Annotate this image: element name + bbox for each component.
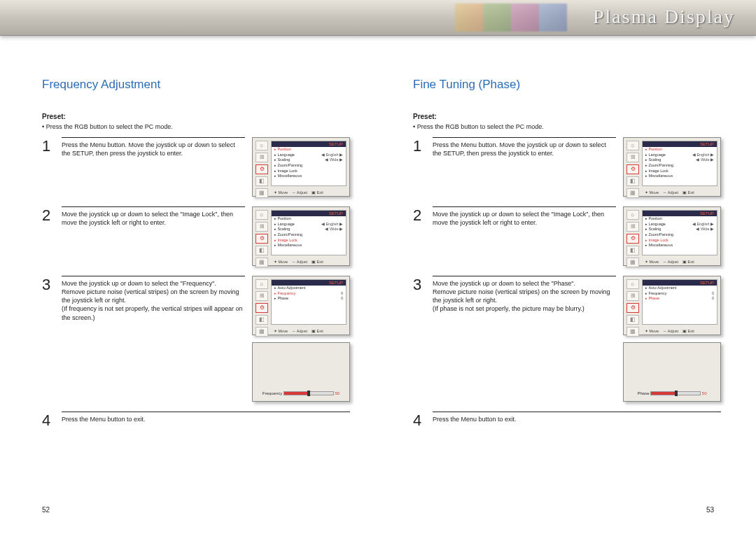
osd-side-icon: ▦ (255, 188, 268, 198)
osd-side-icon: ◧ (255, 246, 268, 255)
osd-side-icon: ◧ (626, 246, 639, 255)
osd-side-icon: ⊞ (255, 291, 268, 301)
step-number: 2 (413, 206, 426, 227)
preset-label: Preset: (413, 113, 721, 120)
osd-side-icon: ☼ (255, 141, 268, 150)
osd-footer: ✦ Move↔ Adjust▣ Exit (642, 329, 718, 333)
osd-menu-item: Zoom/Panning (272, 163, 346, 169)
osd-screenshot: ☼⊞⚙◧▦SETUPPositionLanguage◀ English ▶Sca… (252, 137, 350, 197)
osd-menu-item: Language◀ English ▶ (272, 153, 346, 158)
osd-screenshot: ☼⊞⚙◧▦SETUPPositionLanguage◀ English ▶Sca… (623, 206, 721, 266)
osd-side-icon: ⊞ (255, 222, 268, 232)
osd-side-icon: ⚙ (255, 303, 268, 313)
step-number: 3 (413, 276, 426, 314)
osd-slider-screenshot: Frequency 50 (252, 342, 350, 402)
step-4: 4 Press the Menu button to exit. (42, 412, 350, 428)
osd-menu-item: Zoom/Panning (643, 163, 717, 169)
osd-menu-item: Scaling◀ Wide ▶ (272, 157, 346, 163)
osd-footer: ✦ Move↔ Adjust▣ Exit (271, 329, 346, 333)
osd-menu-item: Position (272, 147, 346, 153)
osd-side-icon: ☼ (626, 141, 639, 150)
preset-instruction: Press the RGB button to select the PC mo… (413, 123, 721, 130)
osd-menu-item: Auto Adjustment (272, 286, 346, 291)
osd-side-icon: ◧ (255, 315, 268, 325)
step-2: 2 Move the joystick up or down to select… (42, 206, 350, 266)
osd-menu-item: Scaling◀ Wide ▶ (643, 227, 717, 232)
osd-footer: ✦ Move↔ Adjust▣ Exit (642, 190, 718, 195)
osd-menu-item: Position (643, 216, 717, 222)
step-2: 2 Move the joystick up or down to select… (413, 206, 721, 266)
osd-menu-item: Scaling◀ Wide ▶ (643, 157, 717, 163)
slider-track (650, 391, 701, 395)
step-text: Press the Menu button to exit. (62, 412, 350, 428)
osd-side-icon: ☼ (255, 279, 268, 289)
osd-footer: ✦ Move↔ Adjust▣ Exit (271, 260, 346, 264)
header-decoration (455, 3, 581, 31)
osd-slider-screenshot: Phase 50 (623, 342, 721, 402)
osd-side-icon: ◧ (626, 315, 639, 325)
osd-menu-item: Miscellaneous (643, 243, 717, 248)
osd-menu-item: Auto Adjustment (643, 286, 717, 291)
step-text: Press the Menu button. Move the joystick… (433, 137, 616, 157)
osd-screenshot: ☼⊞⚙◧▦SETUPPositionLanguage◀ English ▶Sca… (252, 206, 350, 266)
section-title-right: Fine Tuning (Phase) (413, 78, 721, 92)
osd-screenshot: ☼⊞⚙◧▦SETUPAuto AdjustmentFrequency0Phase… (252, 276, 350, 335)
osd-menu-item: Frequency0 (643, 291, 717, 297)
osd-side-icon: ⚙ (626, 164, 639, 174)
page-number-right: 53 (706, 506, 714, 514)
osd-header: SETUP (643, 141, 717, 147)
osd-side-icon: ▦ (255, 327, 268, 337)
section-title-left: Frequency Adjustment (42, 78, 350, 92)
step-text: Move the joystick up or down to select t… (62, 206, 245, 227)
osd-side-icon: ⊞ (255, 153, 268, 162)
osd-side-icon: ⊞ (626, 291, 639, 301)
step-text: Press the Menu button to exit. (433, 412, 721, 428)
osd-footer: ✦ Move↔ Adjust▣ Exit (271, 190, 346, 195)
osd-menu-item: Image Lock (272, 169, 346, 174)
osd-menu-item: Scaling◀ Wide ▶ (272, 227, 346, 232)
osd-side-icon: ▦ (255, 258, 268, 267)
step-4: 4 Press the Menu button to exit. (413, 412, 721, 428)
step-1: 1 Press the Menu button. Move the joysti… (42, 137, 350, 197)
document-header: Plasma Display (0, 0, 756, 36)
slider-value: 50 (702, 391, 707, 395)
osd-side-icon: ☼ (626, 210, 639, 220)
osd-side-icon: ▦ (626, 258, 639, 267)
document-spread: Frequency Adjustment Preset: Press the R… (0, 36, 756, 534)
step-text: Move the joystick up or down to select t… (62, 276, 245, 322)
osd-menu-item: Image Lock (643, 238, 717, 244)
osd-menu-item: Miscellaneous (643, 174, 717, 179)
preset-label: Preset: (42, 113, 350, 120)
slider-label: Phase (637, 391, 649, 395)
osd-side-icon: ⚙ (255, 234, 268, 244)
osd-header: SETUP (643, 280, 717, 286)
osd-side-icon: ⚙ (255, 164, 268, 174)
osd-menu-item: Position (272, 216, 346, 222)
step-number: 4 (42, 412, 55, 428)
osd-menu-item: Language◀ English ▶ (643, 153, 717, 158)
step-number: 4 (413, 412, 426, 428)
steps-left: 1 Press the Menu button. Move the joysti… (42, 137, 350, 428)
osd-menu-item: Zoom/Panning (272, 232, 346, 238)
osd-menu-item: Zoom/Panning (643, 232, 717, 238)
osd-menu-item: Image Lock (272, 238, 346, 244)
osd-header: SETUP (272, 141, 346, 147)
osd-side-icon: ⊞ (626, 222, 639, 232)
osd-header: SETUP (272, 211, 346, 216)
steps-right: 1 Press the Menu button. Move the joysti… (413, 137, 721, 428)
page-number-left: 52 (42, 506, 50, 514)
osd-footer: ✦ Move↔ Adjust▣ Exit (642, 260, 718, 264)
osd-side-icon: ▦ (626, 188, 639, 198)
step-1: 1 Press the Menu button. Move the joysti… (413, 137, 721, 197)
osd-menu-item: Image Lock (643, 169, 717, 174)
osd-menu-item: Phase0 (272, 296, 346, 302)
step-number: 3 (42, 276, 55, 322)
step-number: 1 (413, 137, 426, 157)
osd-screenshot: ☼⊞⚙◧▦SETUPAuto AdjustmentFrequency0Phase… (623, 276, 721, 335)
osd-menu-item: Miscellaneous (272, 243, 346, 248)
osd-side-icon: ⚙ (626, 234, 639, 244)
page-left: Frequency Adjustment Preset: Press the R… (14, 36, 371, 534)
header-title: Plasma Display (593, 6, 735, 28)
osd-menu-item: Language◀ English ▶ (643, 222, 717, 227)
page-right: Fine Tuning (Phase) Preset: Press the RG… (385, 36, 742, 534)
